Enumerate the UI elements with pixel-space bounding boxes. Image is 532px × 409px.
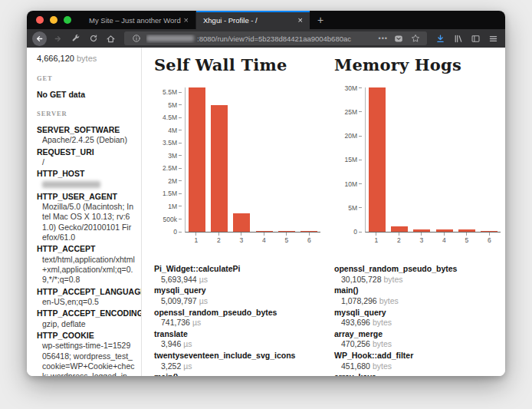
function-list-item: Pi_Widget::calculatePi5,693,944 µs	[154, 264, 323, 285]
server-var-value: en-US,en;q=0.5	[37, 297, 135, 307]
back-button[interactable]	[32, 31, 47, 46]
function-list-item: openssl_random_pseudo_bytes30,105,728 by…	[334, 264, 504, 285]
y-tick-mark	[179, 143, 182, 143]
function-name: WP_Hook::add_filter	[334, 351, 504, 361]
tab-title: My Site – Just another WordPress s	[89, 16, 181, 25]
tab-wordpress-site[interactable]: My Site – Just another WordPress s ×	[82, 11, 196, 29]
x-tick: 1	[185, 233, 208, 244]
menu-icon[interactable]	[487, 32, 500, 45]
pocket-icon[interactable]	[392, 32, 405, 45]
x-tick-label: 3	[239, 236, 243, 244]
bar-slot	[208, 87, 230, 232]
y-tick: 3M	[168, 152, 182, 160]
y-tick-label: 1M	[168, 203, 177, 210]
function-list-item: mysqli_query493,696 bytes	[334, 308, 504, 328]
y-tick-label: 5.5M	[163, 88, 177, 96]
y-tick-mark	[179, 219, 182, 219]
x-tick-label: 2	[397, 236, 401, 244]
bar[interactable]	[256, 231, 273, 232]
server-var-key: REQUEST_URI	[37, 147, 135, 157]
y-tick-label: 25M	[344, 108, 357, 116]
server-var-value: wp-settings-time-1=1529056418; wordpress…	[37, 341, 135, 376]
bar[interactable]	[458, 229, 475, 232]
tab-close-icon[interactable]: ×	[298, 16, 303, 25]
bar[interactable]	[278, 231, 295, 232]
y-tick: 2M	[168, 177, 182, 185]
function-name: mysqli_query	[334, 308, 504, 318]
window-zoom-button[interactable]	[64, 16, 71, 24]
y-tick: 2.5M	[163, 164, 182, 172]
y-tick: 10M	[344, 180, 362, 188]
page-actions-icon[interactable]: •••	[379, 35, 388, 42]
reload-icon[interactable]	[87, 32, 100, 45]
bar[interactable]	[189, 87, 205, 232]
x-tick-mark	[399, 233, 399, 236]
wrench-icon[interactable]	[69, 32, 82, 45]
x-tick-label: 2	[217, 236, 221, 244]
server-var-value: Apache/2.4.25 (Debian)	[37, 135, 135, 145]
chart-title: Self Wall Time	[154, 55, 323, 74]
bar-slot	[275, 87, 297, 232]
y-tick-label: 0	[353, 228, 357, 236]
function-name: main()	[334, 285, 504, 296]
bar[interactable]	[436, 229, 453, 232]
bookmark-star-icon[interactable]	[409, 32, 422, 45]
new-tab-button[interactable]: +	[310, 11, 331, 29]
value-unit: µs	[183, 361, 192, 371]
browser-window: My Site – Just another WordPress s × Xhg…	[27, 11, 505, 376]
y-tick: 4M	[168, 127, 182, 134]
bar[interactable]	[481, 231, 498, 232]
x-tick: 5	[455, 233, 478, 244]
bar-slot	[388, 87, 410, 232]
server-var-key: SERVER_SOFTWARE	[37, 125, 135, 135]
x-axis: 123456	[365, 233, 501, 244]
bar-slot	[231, 87, 253, 232]
value-unit: bytes	[373, 318, 392, 327]
y-tick: 0	[173, 228, 182, 236]
x-tick: 6	[478, 233, 501, 244]
request-details-sidebar: 4,666,120 bytes GETNo GET dataSERVERSERV…	[27, 48, 142, 376]
value-unit: bytes	[373, 339, 392, 348]
window-minimize-button[interactable]	[50, 16, 57, 24]
url-text[interactable]: :8080/run/view?id=5b238d84421aa9004b680a…	[146, 35, 375, 43]
url-bar[interactable]: :8080/run/view?id=5b238d84421aa9004b680a…	[124, 31, 427, 45]
server-var-key: HTTP_USER_AGENT	[37, 192, 135, 202]
forward-icon[interactable]	[51, 32, 64, 45]
window-close-button[interactable]	[36, 16, 44, 24]
y-axis: 0500k1M1.5M2M2.5M3M3.5M4M4.5M5M5.5M	[154, 87, 182, 232]
x-tick-mark	[195, 233, 196, 236]
x-tick-label: 5	[465, 236, 468, 244]
x-tick-label: 4	[442, 236, 446, 244]
y-tick: 4.5M	[163, 114, 182, 121]
library-icon[interactable]	[452, 32, 465, 45]
tab-xhgui-profile[interactable]: Xhgui - Profile - / ×	[196, 11, 310, 29]
bar-chart-plot: 05M10M15M20M25M30M123456	[334, 87, 504, 250]
x-tick-label: 3	[419, 236, 423, 244]
sidebar-toggle-icon[interactable]	[469, 32, 482, 45]
function-name: array_merge	[334, 329, 504, 340]
x-tick: 3	[230, 233, 253, 244]
server-var-value: /	[37, 157, 135, 167]
bar[interactable]	[413, 229, 430, 232]
y-tick-mark	[179, 92, 182, 93]
info-icon[interactable]	[130, 32, 143, 45]
y-tick-label: 0	[173, 228, 177, 236]
x-tick: 3	[410, 233, 433, 244]
bar[interactable]	[369, 87, 386, 232]
redacted-url-host	[146, 35, 194, 41]
server-var-value: gzip, deflate	[37, 319, 135, 329]
bar[interactable]	[391, 226, 408, 232]
bar[interactable]	[211, 105, 228, 232]
bar[interactable]	[300, 231, 317, 232]
tab-close-icon[interactable]: ×	[184, 16, 189, 25]
y-tick-mark	[359, 111, 362, 112]
x-tick-label: 4	[262, 236, 266, 244]
navigation-toolbar: :8080/run/view?id=5b238d84421aa9004b680a…	[27, 29, 505, 48]
y-tick-mark	[179, 130, 182, 130]
function-value: 1,078,296 bytes	[334, 296, 504, 307]
value-number: 470,256	[341, 339, 373, 348]
download-icon[interactable]	[434, 32, 447, 45]
home-icon[interactable]	[104, 32, 117, 45]
value-number: 3,252	[161, 361, 183, 371]
bar[interactable]	[233, 213, 250, 232]
